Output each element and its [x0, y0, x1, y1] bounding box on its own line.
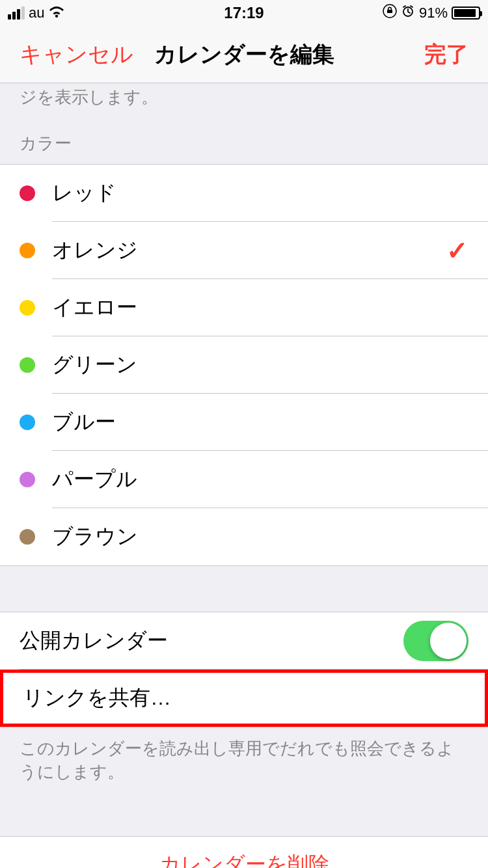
status-time: 17:19: [224, 4, 264, 22]
share-link-row[interactable]: リンクを共有…: [0, 670, 488, 727]
color-row-green[interactable]: グリーン: [0, 336, 488, 394]
color-label: ブラウン: [52, 522, 468, 551]
color-label: レッド: [52, 179, 468, 208]
status-bar: au 17:19 91%: [0, 0, 488, 26]
color-row-yellow[interactable]: イエロー: [0, 279, 488, 336]
signal-strength-icon: [8, 7, 25, 20]
orientation-lock-icon: [383, 4, 397, 22]
status-right: 91%: [383, 4, 480, 22]
public-calendar-label: 公開カレンダー: [20, 627, 403, 655]
color-dot-blue: [20, 414, 35, 430]
color-section-header: カラー: [0, 119, 488, 164]
color-row-blue[interactable]: ブルー: [0, 394, 488, 451]
color-label: パープル: [52, 465, 468, 494]
color-dot-yellow: [20, 300, 35, 316]
color-dot-orange: [20, 243, 35, 258]
delete-calendar-label: カレンダーを削除: [159, 850, 329, 868]
partial-footer-text: ジを表示します。: [0, 83, 488, 119]
done-button[interactable]: 完了: [424, 40, 468, 70]
color-row-brown[interactable]: ブラウン: [0, 508, 488, 565]
color-dot-brown: [20, 529, 35, 545]
color-dot-green: [20, 357, 35, 373]
checkmark-icon: ✓: [446, 236, 468, 265]
alarm-icon: [401, 4, 415, 22]
color-label: ブルー: [52, 408, 468, 437]
page-title: カレンダーを編集: [154, 40, 334, 70]
color-row-red[interactable]: レッド: [0, 165, 488, 222]
color-dot-red: [20, 185, 35, 201]
color-label: グリーン: [52, 351, 468, 379]
toggle-knob: [430, 623, 467, 659]
color-row-purple[interactable]: パープル: [0, 451, 488, 508]
color-list: レッド オレンジ ✓ イエロー グリーン ブルー パープル ブラウン: [0, 164, 488, 566]
battery-icon: [452, 7, 480, 20]
public-calendar-row: 公開カレンダー: [0, 612, 488, 670]
cancel-button[interactable]: キャンセル: [20, 40, 133, 70]
delete-calendar-button[interactable]: カレンダーを削除: [0, 836, 488, 868]
color-row-orange[interactable]: オレンジ ✓: [0, 222, 488, 279]
color-label: オレンジ: [52, 236, 446, 265]
share-link-label: リンクを共有…: [23, 684, 465, 712]
color-label: イエロー: [52, 293, 468, 322]
wifi-icon: [48, 5, 65, 21]
public-calendar-toggle[interactable]: [403, 621, 468, 661]
public-calendar-group: 公開カレンダー リンクを共有…: [0, 612, 488, 727]
status-left: au: [8, 5, 65, 21]
color-dot-purple: [20, 472, 35, 487]
battery-percent: 91%: [419, 5, 448, 21]
carrier-label: au: [29, 5, 44, 21]
nav-bar: キャンセル カレンダーを編集 完了: [0, 26, 488, 83]
public-calendar-footer: このカレンダーを読み出し専用でだれでも照会できるようにします。: [0, 727, 488, 797]
